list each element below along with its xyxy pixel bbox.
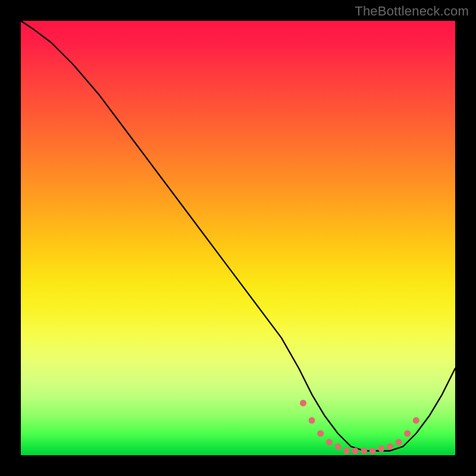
highlight-markers	[300, 400, 419, 454]
plot-area	[21, 21, 455, 455]
marker-point	[352, 447, 359, 454]
chart-frame: TheBottleneck.com	[0, 0, 476, 476]
marker-point	[413, 417, 419, 424]
marker-point	[404, 430, 411, 437]
marker-point	[300, 400, 306, 406]
curve-overlay	[21, 21, 455, 455]
marker-point	[378, 446, 384, 452]
marker-point	[317, 430, 324, 437]
marker-point	[309, 417, 315, 424]
marker-point	[387, 443, 393, 450]
watermark-text: TheBottleneck.com	[355, 4, 469, 19]
marker-point	[361, 447, 367, 454]
marker-point	[326, 439, 333, 446]
marker-point	[369, 447, 376, 454]
marker-point	[343, 447, 350, 454]
marker-point	[334, 443, 341, 450]
marker-point	[396, 439, 402, 446]
bottleneck-curve	[21, 21, 455, 451]
